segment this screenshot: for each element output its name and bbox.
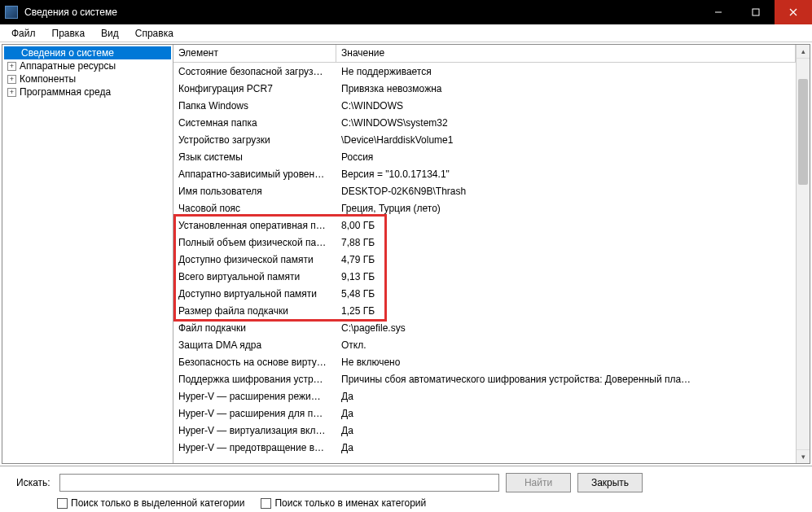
cell-value: 1,25 ГБ <box>336 305 796 317</box>
cell-value: 7,88 ГБ <box>336 237 796 248</box>
close-button[interactable] <box>775 0 812 24</box>
table-row[interactable]: Аппаратно-зависимый уровен…Версия = "10.… <box>173 165 796 182</box>
search-bar: Искать: Найти Закрыть Поиск только в выд… <box>0 466 812 512</box>
cell-value: 4,79 ГБ <box>336 254 796 265</box>
tree-item-label: Программная среда <box>20 86 111 98</box>
cell-element: Доступно физической памяти <box>173 254 336 265</box>
table-row[interactable]: Имя пользователяDESKTOP-02K6N9B\Thrash <box>173 182 796 199</box>
cell-element: Устройство загрузки <box>173 134 336 146</box>
checkbox-label: Поиск только в выделенной категории <box>71 497 244 509</box>
checkbox-category-names[interactable]: Поиск только в именах категорий <box>261 497 426 509</box>
table-row[interactable]: Hyper-V — расширения режи…Да <box>173 387 796 405</box>
checkbox-icon <box>57 498 68 509</box>
list-pane: Элемент Значение Состояние безопасной за… <box>173 45 810 463</box>
cell-value: 9,13 ГБ <box>336 271 796 282</box>
table-row[interactable]: Hyper-V — виртуализация вкл…Да <box>173 422 796 439</box>
checkbox-label: Поиск только в именах категорий <box>274 497 426 509</box>
table-row[interactable]: Установленная оперативная п…8,00 ГБ <box>173 217 796 234</box>
tree-item-label: Компоненты <box>20 73 76 85</box>
search-label: Искать: <box>8 477 53 488</box>
table-row[interactable]: Hyper-V — расширения для п…Да <box>173 405 796 422</box>
expand-icon[interactable]: + <box>7 62 16 71</box>
minimize-button[interactable] <box>700 0 737 24</box>
cell-element: Поддержка шифрования устр… <box>173 374 336 385</box>
menu-file[interactable]: Файл <box>3 26 44 41</box>
cell-value: Не включено <box>336 357 796 368</box>
cell-element: Всего виртуальной памяти <box>173 271 336 282</box>
menu-view[interactable]: Вид <box>93 26 127 41</box>
table-row[interactable]: Папка WindowsC:\WINDOWS <box>173 97 796 114</box>
cell-value: DESKTOP-02K6N9B\Thrash <box>336 186 796 197</box>
cell-element: Системная папка <box>173 117 336 129</box>
list-rows: Состояние безопасной загруз…Не поддержив… <box>173 63 796 456</box>
cell-element: Безопасность на основе вирту… <box>173 357 336 368</box>
table-row[interactable]: Полный объем физической па…7,88 ГБ <box>173 234 796 251</box>
table-row[interactable]: Системная папкаC:\WINDOWS\system32 <box>173 114 796 131</box>
expand-icon[interactable]: + <box>7 75 16 84</box>
table-row[interactable]: Устройство загрузки\Device\HarddiskVolum… <box>173 131 796 148</box>
menu-edit[interactable]: Правка <box>44 26 94 41</box>
menubar: Файл Правка Вид Справка <box>0 24 812 42</box>
expand-icon[interactable]: + <box>7 88 16 97</box>
tree-root[interactable]: Сведения о системе <box>4 46 171 59</box>
cell-element: Аппаратно-зависимый уровен… <box>173 168 336 180</box>
cell-element: Hyper-V — расширения для п… <box>173 408 336 419</box>
cell-value: Да <box>336 442 796 453</box>
cell-element: Защита DMA ядра <box>173 339 336 351</box>
table-row[interactable]: Hyper-V — предотвращение в…Да <box>173 439 796 456</box>
cell-value: 8,00 ГБ <box>336 220 796 231</box>
cell-element: Hyper-V — предотвращение в… <box>173 442 336 453</box>
vertical-scrollbar[interactable]: ▴ ▾ <box>796 45 810 463</box>
table-row[interactable]: Размер файла подкачки1,25 ГБ <box>173 302 796 319</box>
maximize-button[interactable] <box>737 0 775 24</box>
col-header-element[interactable]: Элемент <box>173 45 336 62</box>
cell-element: Файл подкачки <box>173 322 336 334</box>
cell-element: Конфигурация PCR7 <box>173 83 336 94</box>
cell-element: Hyper-V — виртуализация вкл… <box>173 425 336 436</box>
checkbox-selected-category[interactable]: Поиск только в выделенной категории <box>57 497 244 509</box>
scroll-thumb[interactable] <box>798 79 808 185</box>
table-row[interactable]: Часовой поясГреция, Турция (лето) <box>173 199 796 217</box>
tree-root-label: Сведения о системе <box>21 47 114 59</box>
table-row[interactable]: Поддержка шифрования устр…Причины сбоя а… <box>173 370 796 387</box>
table-row[interactable]: Всего виртуальной памяти9,13 ГБ <box>173 268 796 285</box>
cell-element: Hyper-V — расширения режи… <box>173 391 336 402</box>
table-row[interactable]: Язык системыРоссия <box>173 148 796 165</box>
tree-item-components[interactable]: + Компоненты <box>2 72 173 85</box>
table-row[interactable]: Конфигурация PCR7Привязка невозможна <box>173 80 796 97</box>
cell-value: 5,48 ГБ <box>336 288 796 300</box>
table-row[interactable]: Доступно виртуальной памяти5,48 ГБ <box>173 285 796 302</box>
cell-element: Доступно виртуальной памяти <box>173 288 336 300</box>
cell-value: Россия <box>336 151 796 163</box>
cell-element: Полный объем физической па… <box>173 237 336 248</box>
scroll-up-arrow-icon[interactable]: ▴ <box>797 45 810 59</box>
app-icon <box>5 6 18 19</box>
cell-element: Язык системы <box>173 151 336 163</box>
cell-value: Не поддерживается <box>336 66 796 77</box>
tree-item-software-env[interactable]: + Программная среда <box>2 85 173 98</box>
table-row[interactable]: Состояние безопасной загруз…Не поддержив… <box>173 63 796 80</box>
search-input[interactable] <box>59 474 499 492</box>
scroll-track[interactable] <box>797 59 810 449</box>
cell-element: Имя пользователя <box>173 186 336 197</box>
find-button[interactable]: Найти <box>506 473 571 492</box>
cell-value: Откл. <box>336 339 796 351</box>
cell-value: Привязка невозможна <box>336 83 796 94</box>
close-search-button[interactable]: Закрыть <box>577 473 643 492</box>
checkbox-icon <box>261 498 271 509</box>
cell-value: Да <box>336 391 796 402</box>
table-row[interactable]: Файл подкачкиC:\pagefile.sys <box>173 319 796 336</box>
table-row[interactable]: Доступно физической памяти4,79 ГБ <box>173 251 796 268</box>
table-row[interactable]: Защита DMA ядраОткл. <box>173 336 796 353</box>
cell-element: Состояние безопасной загруз… <box>173 66 336 77</box>
cell-value: \Device\HarddiskVolume1 <box>336 134 796 146</box>
col-header-value[interactable]: Значение <box>336 45 796 62</box>
cell-value: Версия = "10.0.17134.1" <box>336 168 796 180</box>
tree-pane[interactable]: Сведения о системе + Аппаратные ресурсы … <box>2 45 173 463</box>
cell-element: Часовой пояс <box>173 203 336 214</box>
menu-help[interactable]: Справка <box>127 26 182 41</box>
scroll-down-arrow-icon[interactable]: ▾ <box>797 449 810 463</box>
table-row[interactable]: Безопасность на основе вирту…Не включено <box>173 353 796 370</box>
tree-item-hardware[interactable]: + Аппаратные ресурсы <box>2 59 173 72</box>
cell-value: Причины сбоя автоматического шифрования … <box>336 374 796 385</box>
